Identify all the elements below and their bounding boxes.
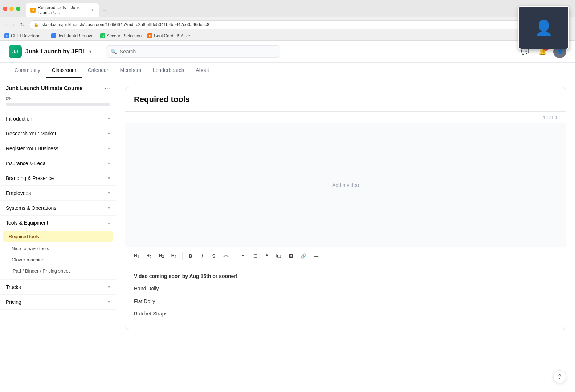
content-line-2: Hand Dolly	[134, 285, 557, 293]
section-systems: Systems & Operations ▾	[0, 201, 116, 216]
section-introduction-header[interactable]: Introduction ▾	[0, 111, 116, 126]
content-line-1: Video coming soon by Aug 15th or sooner!	[134, 272, 557, 280]
section-branding: Branding & Presence ▾	[0, 171, 116, 186]
tab-members[interactable]: Members	[114, 63, 147, 78]
maximize-btn[interactable]	[16, 7, 20, 11]
chevron-down-icon-6: ▾	[108, 191, 110, 196]
content-progress: 14 / 50	[543, 115, 557, 120]
section-employees-header[interactable]: Employees ▾	[0, 186, 116, 200]
section-register: Register Your Business ▾	[0, 141, 116, 156]
strikethrough-button[interactable]: S	[209, 251, 219, 261]
section-branding-header[interactable]: Branding & Presence ▾	[0, 171, 116, 185]
section-tools-header[interactable]: Tools & Equipment ▴	[0, 216, 116, 230]
lock-icon: 🔒	[34, 23, 39, 27]
section-research-header[interactable]: Research Your Market ▾	[0, 126, 116, 141]
sidebar-item-nice-tools[interactable]: Nice to have tools	[0, 243, 116, 254]
section-register-header[interactable]: Register Your Business ▾	[0, 141, 116, 156]
section-introduction: Introduction ▾	[0, 111, 116, 126]
help-button[interactable]: ?	[553, 370, 566, 383]
app-logo: JJ	[9, 45, 22, 58]
new-tab-button[interactable]: +	[100, 5, 109, 15]
tab-title: Required tools – Junk Launch U...	[38, 5, 87, 15]
section-systems-title: Systems & Operations	[6, 205, 56, 211]
section-trucks-title: Trucks	[6, 284, 21, 290]
bookmark-bankcard[interactable]: B BankCard USA Re...	[147, 33, 193, 38]
content-line-4: Ratchet Straps	[134, 310, 557, 318]
search-box[interactable]: 🔍	[106, 45, 280, 58]
tab-classroom[interactable]: Classroom	[46, 63, 82, 78]
top-nav: JJ Junk Launch by JEDI ▾ 🔍 💬 🔔 1 👤	[0, 41, 575, 63]
section-pricing-header[interactable]: Pricing ▾	[0, 295, 116, 309]
h3-button[interactable]: H3	[156, 251, 167, 261]
ordered-list-button[interactable]: 1.2.3.	[249, 251, 260, 261]
content-meta: 14 / 50	[125, 112, 566, 123]
tab-close-icon[interactable]: ✕	[91, 8, 94, 13]
address-bar-row: ‹ › ↻ 🔒 skool.com/junklaunch/classroom/1…	[0, 17, 575, 32]
course-more-icon[interactable]: ···	[105, 84, 110, 92]
close-btn[interactable]	[3, 7, 7, 11]
section-register-title: Register Your Business	[6, 146, 58, 151]
reload-button[interactable]: ↻	[19, 21, 26, 29]
logo-area[interactable]: JJ Junk Launch by JEDI ▾	[9, 45, 91, 58]
search-input[interactable]	[120, 49, 276, 54]
code-button[interactable]: <>	[220, 251, 232, 261]
section-tools-title: Tools & Equipment	[6, 220, 48, 226]
content-header: Required tools	[125, 87, 566, 112]
course-header: Junk Launch Ultimate Course ···	[0, 84, 116, 96]
tab-leaderboards[interactable]: Leaderboards	[147, 63, 190, 78]
image-button[interactable]: 🖼	[286, 251, 296, 261]
address-bar[interactable]: 🔒 skool.com/junklaunch/classroom/1b65664…	[29, 20, 558, 29]
nav-search: 🔍	[106, 45, 280, 58]
h1-button[interactable]: H1	[131, 251, 142, 261]
app-dropdown-icon[interactable]: ▾	[89, 49, 91, 54]
section-trucks-header[interactable]: Trucks ▾	[0, 280, 116, 294]
section-employees-title: Employees	[6, 190, 31, 196]
tab-calendar[interactable]: Calendar	[82, 63, 114, 78]
chevron-down-icon-4: ▾	[108, 161, 110, 166]
bookmark-icon-1: C	[4, 33, 9, 38]
tab-community[interactable]: Community	[9, 63, 46, 78]
forward-button[interactable]: ›	[11, 21, 16, 29]
bookmark-jedi[interactable]: J Jedi Junk Removal	[51, 33, 94, 38]
bookmark-icon-2: J	[51, 33, 56, 38]
bookmark-child-dev[interactable]: C Child Developm...	[4, 33, 45, 38]
section-introduction-title: Introduction	[6, 116, 32, 122]
bookmark-icon-3: G	[100, 33, 105, 38]
chevron-down-icon-2: ▾	[108, 131, 110, 136]
app: JJ Junk Launch by JEDI ▾ 🔍 💬 🔔 1 👤 Commu	[0, 41, 575, 392]
tab-bar: sk Required tools – Junk Launch U... ✕ +	[23, 0, 575, 17]
nav-tabs: Community Classroom Calendar Members Lea…	[0, 63, 575, 78]
tab-favicon: sk	[30, 8, 36, 13]
bookmark-account[interactable]: G Account Selection	[100, 33, 142, 38]
toolbar-separator-2	[235, 252, 235, 260]
minimize-btn[interactable]	[9, 7, 14, 11]
chevron-down-icon-8: ▾	[108, 285, 110, 290]
hr-button[interactable]: —	[311, 251, 321, 261]
link-button[interactable]: 🔗	[298, 251, 309, 261]
active-tab[interactable]: sk Required tools – Junk Launch U... ✕	[26, 3, 99, 17]
app-name: Junk Launch by JEDI	[25, 48, 84, 55]
chevron-up-icon: ▴	[108, 220, 110, 225]
italic-button[interactable]: I	[197, 251, 207, 261]
blockquote-button[interactable]: ❝	[262, 251, 272, 261]
back-button[interactable]: ‹	[4, 21, 9, 29]
help-icon: ?	[558, 373, 562, 380]
bookmark-icon-4: B	[147, 33, 152, 38]
h2-button[interactable]: H2	[143, 251, 154, 261]
section-trucks: Trucks ▾	[0, 280, 116, 295]
code-block-button[interactable]	[273, 251, 284, 261]
section-systems-header[interactable]: Systems & Operations ▾	[0, 201, 116, 215]
sidebar-item-required-tools[interactable]: Required tools	[3, 231, 113, 242]
bookmark-label-4: BankCard USA Re...	[154, 33, 193, 38]
sidebar-item-ipad[interactable]: iPad / Binder / Pricing sheet	[0, 265, 116, 277]
section-insurance-header[interactable]: Insurance & Legal ▾	[0, 156, 116, 171]
content-area: Required tools 14 / 50 Add a video H1 H2…	[116, 78, 575, 392]
h4-button[interactable]: H4	[168, 251, 179, 261]
bullet-list-button[interactable]: ≡	[238, 251, 248, 261]
chevron-down-icon-7: ▾	[108, 205, 110, 211]
sidebar-item-clover[interactable]: Clover machine	[0, 254, 116, 265]
editor-toolbar: H1 H2 H3 H4 B I S <> ≡ 1.2.3. ❝	[125, 247, 566, 265]
tab-about[interactable]: About	[190, 63, 215, 78]
bold-button[interactable]: B	[185, 251, 196, 261]
video-placeholder[interactable]: Add a video	[125, 123, 566, 247]
